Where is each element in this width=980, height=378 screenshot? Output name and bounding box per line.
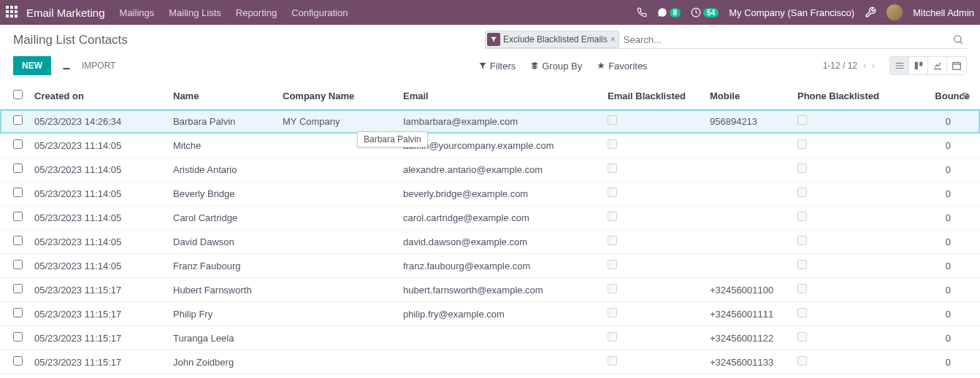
row-checkbox[interactable] (13, 139, 23, 149)
app-title[interactable]: Email Marketing (26, 7, 105, 19)
row-checkbox[interactable] (13, 236, 23, 245)
kanban-view-icon[interactable] (909, 57, 928, 74)
cell-phone-blacklisted (792, 158, 901, 182)
graph-view-icon[interactable] (928, 57, 947, 74)
table-row[interactable]: 05/23/2023 11:14:05Franz Faubourgfranz.f… (0, 254, 980, 278)
phone-blacklisted-checkbox (797, 188, 807, 197)
apps-icon[interactable] (6, 6, 19, 19)
cell-email-blacklisted (602, 350, 704, 374)
cell-bounce: 0 (901, 302, 980, 326)
user-name[interactable]: Mitchell Admin (913, 7, 974, 18)
th-email[interactable]: Email (397, 82, 602, 109)
groupby-button[interactable]: Group By (530, 61, 582, 72)
table-row[interactable]: 05/23/2023 11:14:05David Dawsondavid.daw… (0, 230, 980, 254)
table-row[interactable]: 05/23/2023 14:26:34Barbara PalvinBarbara… (0, 109, 980, 134)
cell-email: Iambarbara@example.com (397, 109, 602, 134)
row-checkbox[interactable] (13, 332, 23, 342)
table-row[interactable]: 05/23/2023 11:14:05Beverly Bridgebeverly… (0, 182, 980, 206)
cell-company (277, 302, 397, 326)
th-bounce[interactable]: Bounce (901, 82, 980, 109)
row-checkbox[interactable] (13, 115, 23, 125)
nav-mailings[interactable]: Mailings (120, 7, 155, 18)
cell-name: Franz Faubourg (167, 254, 277, 278)
filter-chip[interactable]: Exclude Blacklisted Emails × (485, 31, 619, 48)
column-settings-icon[interactable] (961, 91, 970, 100)
cell-mobile: 956894213 (704, 109, 792, 134)
activity-view-icon[interactable] (947, 57, 966, 74)
company-selector[interactable]: My Company (San Francisco) (729, 7, 854, 18)
import-link[interactable]: IMPORT (82, 61, 115, 71)
cell-company (277, 158, 397, 182)
email-blacklisted-checkbox (608, 356, 617, 366)
row-checkbox[interactable] (13, 163, 23, 173)
view-switch (889, 56, 967, 75)
cell-company: MY Company (277, 109, 397, 134)
cell-mobile (704, 134, 792, 158)
phone-blacklisted-checkbox (797, 139, 807, 149)
row-checkbox[interactable] (13, 356, 23, 366)
table-row[interactable]: 05/23/2023 11:15:17Hubert Farnsworthhube… (0, 278, 980, 302)
nav-configuration[interactable]: Configuration (291, 7, 348, 18)
email-blacklisted-checkbox (608, 284, 617, 293)
pager-text: 1-12 / 12 (823, 61, 857, 71)
cell-company (277, 254, 397, 278)
download-icon[interactable] (61, 61, 72, 71)
cell-created: 05/23/2023 11:15:17 (28, 278, 167, 302)
table-row[interactable]: 05/23/2023 11:14:05Aristide Antarioalexa… (0, 158, 980, 182)
nav-mailing-lists[interactable]: Mailing Lists (169, 7, 221, 18)
cell-company (277, 326, 397, 350)
cell-name: Zapp Brannigan (167, 374, 277, 379)
cell-phone-blacklisted (792, 302, 901, 326)
table-row[interactable]: 05/23/2023 11:15:17Zapp Brannigandummy0 (0, 374, 980, 379)
activities-icon[interactable]: 54 (691, 7, 719, 18)
row-checkbox[interactable] (13, 188, 23, 197)
table-row[interactable]: 05/23/2023 11:15:17Philip Fryphilip.fry@… (0, 302, 980, 326)
list-view-icon[interactable] (890, 57, 909, 74)
new-button[interactable]: NEW (13, 56, 51, 75)
table-row[interactable]: 05/23/2023 11:14:05Mitcheadmin@yourcompa… (0, 134, 980, 158)
search-input[interactable] (619, 31, 952, 48)
row-checkbox[interactable] (13, 260, 23, 269)
th-mobile[interactable]: Mobile (704, 82, 792, 109)
th-name[interactable]: Name (167, 82, 277, 109)
cell-bounce: 0 (901, 182, 980, 206)
settings-icon[interactable] (865, 7, 876, 18)
search-icon[interactable] (952, 34, 967, 45)
table-row[interactable]: 05/23/2023 11:14:05Carol Cartridgecarol.… (0, 206, 980, 230)
row-checkbox[interactable] (13, 308, 23, 317)
cell-created: 05/23/2023 11:15:17 (28, 374, 167, 379)
chevron-right-icon[interactable]: › (872, 61, 875, 71)
th-email-blacklisted[interactable]: Email Blacklisted (602, 82, 704, 109)
th-created[interactable]: Created on (28, 82, 167, 109)
filters-label: Filters (490, 61, 516, 72)
cell-bounce: 0 (901, 109, 980, 134)
th-phone-blacklisted[interactable]: Phone Blacklisted (792, 82, 901, 109)
nav-reporting[interactable]: Reporting (236, 7, 277, 18)
favorites-button[interactable]: Favorites (597, 61, 647, 72)
cell-email-blacklisted (602, 278, 704, 302)
cell-bounce: 0 (901, 158, 980, 182)
table-row[interactable]: 05/23/2023 11:15:17Turanga Leela+3245600… (0, 326, 980, 350)
th-company[interactable]: Company Name (277, 82, 397, 109)
cell-phone-blacklisted (792, 326, 901, 350)
cell-bounce: 0 (901, 374, 980, 379)
row-checkbox[interactable] (13, 284, 23, 293)
groupby-label: Group By (542, 61, 582, 72)
phone-icon[interactable] (637, 7, 647, 18)
row-checkbox[interactable] (13, 212, 23, 221)
cell-email: carol.cartridge@example.com (397, 206, 602, 230)
table-row[interactable]: 05/23/2023 11:15:17John Zoidberg+3245600… (0, 350, 980, 374)
filters-button[interactable]: Filters (478, 61, 516, 72)
cell-email: franz.faubourg@example.com (397, 254, 602, 278)
chevron-left-icon[interactable]: ‹ (863, 61, 866, 71)
avatar[interactable] (887, 4, 903, 20)
cell-email-blacklisted (602, 230, 704, 254)
select-all-checkbox[interactable] (13, 90, 23, 99)
cell-email-blacklisted (602, 134, 704, 158)
phone-blacklisted-checkbox (797, 212, 807, 221)
cell-mobile: +32456001122 (704, 326, 792, 350)
cell-created: 05/23/2023 11:14:05 (28, 254, 167, 278)
close-icon[interactable]: × (610, 34, 616, 45)
messages-icon[interactable]: 8 (657, 7, 681, 18)
cell-name: Aristide Antario (167, 158, 277, 182)
